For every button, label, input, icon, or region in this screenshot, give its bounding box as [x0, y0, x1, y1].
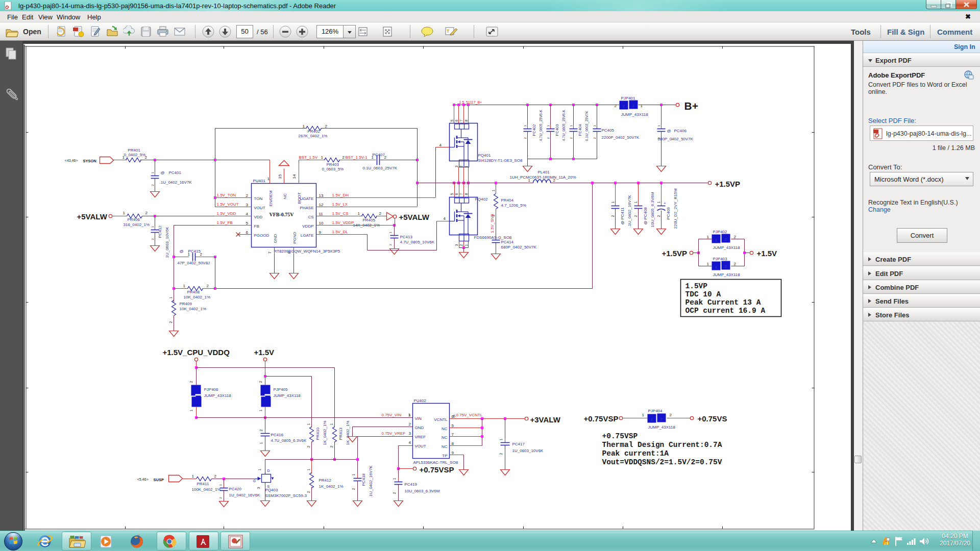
svg-text:+0.75VSP: +0.75VSP	[420, 465, 454, 474]
svg-text:0.75V_VCNTL: 0.75V_VCNTL	[456, 413, 483, 417]
svg-text:2: 2	[342, 155, 345, 160]
svg-text:.1U_0402_16V7K: .1U_0402_16V7K	[369, 465, 373, 498]
svg-text:100K_0402_1%: 100K_0402_1%	[192, 487, 221, 492]
svg-text:PR404: PR404	[501, 198, 514, 203]
svg-text:4: 4	[409, 440, 411, 445]
svg-text:10U_0603_6.3V6M: 10U_0603_6.3V6M	[405, 489, 440, 493]
svg-text:1.5V_LX: 1.5V_LX	[332, 202, 348, 207]
svg-text:PR412: PR412	[319, 478, 332, 483]
svg-text:1: 1	[524, 125, 527, 127]
svg-text:2200P_0402_50V7K: 2200P_0402_50V7K	[602, 135, 640, 140]
svg-text:<5,46>: <5,46>	[137, 478, 149, 481]
svg-text:BOOT: BOOT	[297, 192, 302, 204]
svg-text:+1.5VP: +1.5VP	[662, 249, 688, 258]
svg-text:1UH_PCMC063T-1R0MN_11A_20%: 1UH_PCMC063T-1R0MN_11A_20%	[510, 175, 576, 180]
svg-text:1.5V_VDDP: 1.5V_VDDP	[332, 220, 354, 225]
svg-text:1: 1	[188, 252, 190, 257]
svg-text:2: 2	[379, 211, 382, 216]
svg-text:1.5V_VDD: 1.5V_VDD	[217, 211, 236, 216]
svg-text:8: 8	[464, 120, 468, 122]
svg-text:1K_0402_1%: 1K_0402_1%	[323, 420, 327, 445]
svg-text:1: 1	[259, 442, 263, 444]
svg-text:FDS6690AS-G_SO8: FDS6690AS-G_SO8	[474, 235, 512, 240]
svg-text:2: 2	[307, 446, 310, 448]
svg-text:3: 3	[257, 487, 260, 489]
svg-text:15: 15	[278, 174, 282, 179]
svg-text:6: 6	[455, 120, 458, 122]
svg-text:10U_0805_6.3V6M: 10U_0805_6.3V6M	[650, 192, 655, 227]
svg-text:9: 9	[319, 230, 322, 235]
svg-text:VDD: VDD	[254, 215, 263, 219]
svg-text:2: 2	[389, 244, 392, 246]
svg-text:1U_0603_10V6K: 1U_0603_10V6K	[512, 448, 544, 453]
svg-text:1: 1	[651, 417, 653, 422]
svg-text:PC404: PC404	[578, 124, 582, 136]
svg-text:9: 9	[452, 450, 454, 455]
svg-text:Thermal Design Current:0.7A: Thermal Design Current:0.7A	[602, 441, 722, 449]
svg-text:1.5V_CS: 1.5V_CS	[332, 211, 349, 216]
svg-text:14: 14	[292, 174, 297, 179]
svg-text:PC408: PC408	[643, 207, 648, 219]
svg-text:680P_0402_50V7K: 680P_0402_50V7K	[658, 137, 694, 141]
svg-text:PR410: PR410	[315, 427, 320, 440]
svg-text:JUMP_43X118: JUMP_43X118	[621, 112, 649, 117]
svg-text:1: 1	[358, 211, 360, 216]
svg-text:316_0402_1%: 316_0402_1%	[124, 222, 150, 227]
svg-text:TP: TP	[442, 454, 447, 458]
svg-text:2: 2	[553, 178, 556, 183]
svg-text:PC417: PC417	[512, 442, 525, 446]
svg-text:1: 1	[259, 410, 262, 412]
svg-text:PC411: PC411	[620, 207, 625, 219]
svg-text:267K_0402_1%: 267K_0402_1%	[299, 134, 328, 138]
svg-text:PC409: PC409	[666, 207, 671, 219]
svg-text:VCNTL: VCNTL	[434, 417, 448, 422]
svg-text:2: 2	[207, 284, 209, 288]
svg-text:13: 13	[319, 193, 324, 198]
svg-text:1: 1	[715, 265, 718, 269]
svg-text:6: 6	[246, 230, 249, 235]
svg-text:2: 2	[499, 453, 503, 455]
svg-text:7: 7	[267, 252, 272, 254]
svg-text:PR405: PR405	[363, 218, 376, 222]
svg-text:PC420: PC420	[229, 487, 242, 491]
svg-text:VFB-0.75V: VFB-0.75V	[270, 212, 295, 217]
svg-text:.1U_0402_16V7K: .1U_0402_16V7K	[627, 195, 632, 228]
svg-text:PL401: PL401	[538, 170, 550, 174]
svg-text:3: 3	[455, 244, 458, 246]
svg-text:1K_0402_1%: 1K_0402_1%	[346, 420, 350, 445]
svg-text:1.5VP: 1.5VP	[685, 282, 708, 290]
svg-text:6: 6	[455, 193, 458, 195]
svg-text:2: 2	[670, 413, 672, 417]
svg-text:1: 1	[715, 238, 718, 242]
svg-text:1: 1	[352, 474, 355, 476]
svg-text:2: 2	[615, 104, 617, 108]
svg-text:1: 1	[528, 178, 531, 183]
svg-text:3: 3	[455, 166, 458, 168]
svg-text:1: 1	[657, 125, 660, 127]
svg-text:+: +	[664, 202, 666, 205]
svg-text:4.7U_0805_25V6-K: 4.7U_0805_25V6-K	[539, 110, 543, 141]
svg-text:1: 1	[464, 244, 468, 246]
svg-text:1U_0603_10V6K: 1U_0603_10V6K	[165, 227, 169, 258]
svg-text:PQ402: PQ402	[475, 197, 488, 202]
svg-text:2: 2	[330, 446, 333, 448]
svg-text:1.5V_SNB: 1.5V_SNB	[490, 214, 495, 233]
svg-text:5: 5	[450, 120, 454, 122]
svg-text:2: 2	[725, 237, 727, 242]
svg-text:PC413: PC413	[400, 235, 413, 239]
svg-text:+5VALW: +5VALW	[77, 212, 108, 221]
svg-text:Peak Current 13 A: Peak Current 13 A	[685, 298, 761, 307]
svg-text:+5VALW: +5VALW	[399, 213, 430, 221]
svg-text:PR403: PR403	[327, 162, 339, 167]
svg-text:@: @	[643, 220, 648, 224]
svg-text:B+: B+	[684, 100, 698, 112]
svg-text:3: 3	[409, 431, 411, 436]
svg-text:1: 1	[123, 211, 126, 215]
svg-text:+1.5V: +1.5V	[254, 348, 275, 357]
svg-text:1: 1	[189, 410, 193, 412]
svg-text:2: 2	[725, 264, 727, 269]
svg-text:10K_0402_1%: 10K_0402_1%	[180, 307, 207, 311]
svg-text:+0.75VSP: +0.75VSP	[602, 432, 638, 440]
svg-text:1: 1	[267, 177, 270, 181]
svg-text:PR408: PR408	[187, 290, 200, 294]
